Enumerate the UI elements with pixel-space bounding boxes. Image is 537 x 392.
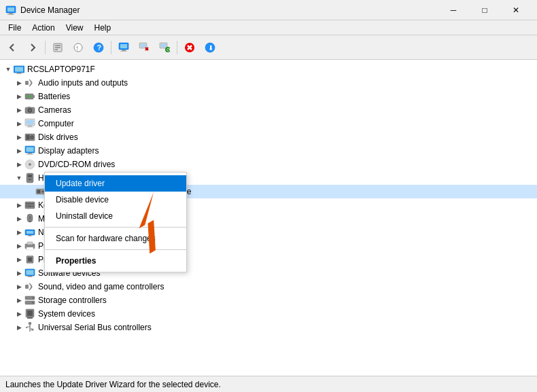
tree-display[interactable]: ▶ Display adapters [0, 144, 537, 158]
expand-storage[interactable]: ▶ [14, 295, 24, 306]
maximize-button[interactable]: □ [469, 0, 500, 20]
svg-point-102 [29, 322, 31, 325]
expand-system[interactable]: ▶ [14, 308, 24, 319]
context-menu-uninstall-device[interactable]: Uninstall device [45, 208, 186, 224]
tree-dvd[interactable]: ▶ DVD/CD-ROM drives [0, 158, 537, 171]
dvd-icon [24, 159, 35, 170]
expand-root[interactable]: ▼ [3, 64, 14, 75]
expand-keyboards[interactable]: ▶ [14, 200, 24, 211]
forward-button[interactable] [23, 38, 42, 57]
svg-point-40 [29, 109, 31, 111]
context-menu-scan-hardware[interactable]: Scan for hardware changes [45, 230, 186, 247]
hid-icon [24, 173, 35, 183]
remove-device-button[interactable] [135, 38, 154, 57]
expand-software[interactable]: ▶ [14, 268, 24, 279]
tree-sound[interactable]: ▶ Sound, video and game controllers [0, 280, 537, 293]
tree-audio[interactable]: ▶ Audio inputs and outputs [0, 76, 537, 90]
menu-action[interactable]: Action [27, 22, 60, 34]
svg-rect-66 [29, 203, 30, 204]
expand-cameras[interactable]: ▶ [14, 105, 24, 115]
computer-icon [24, 118, 35, 129]
context-menu-separator-2 [45, 249, 186, 250]
tree-disk[interactable]: ▶ Disk drives [0, 130, 537, 144]
title-bar: Device Manager ─ □ ✕ [0, 0, 537, 20]
svg-rect-71 [33, 206, 34, 207]
context-menu-update-driver[interactable]: Update driver [45, 175, 186, 192]
menu-file[interactable]: File [3, 22, 27, 34]
svg-rect-77 [29, 235, 31, 236]
audio-label: Audio inputs and outputs [38, 78, 128, 88]
menu-view[interactable]: View [60, 22, 89, 34]
svg-rect-14 [122, 50, 126, 51]
system-label: System devices [38, 309, 95, 319]
tree-cameras[interactable]: ▶ Cameras [0, 103, 537, 117]
expand-sound[interactable]: ▶ [14, 281, 24, 292]
storage-icon [24, 295, 35, 306]
usb-label: Universal Serial Bus controllers [38, 323, 152, 332]
expand-dvd[interactable]: ▶ [14, 159, 24, 170]
tree-computer[interactable]: ▶ Computer [0, 117, 537, 130]
svg-rect-107 [31, 329, 34, 331]
svg-rect-45 [27, 127, 33, 128]
svg-rect-52 [28, 153, 32, 154]
window-title: Device Manager [20, 5, 438, 15]
expand-network[interactable]: ▶ [14, 227, 24, 238]
update-driver-button[interactable]: ↑ [69, 38, 88, 57]
menu-help[interactable]: Help [89, 22, 117, 34]
expand-batteries[interactable]: ▶ [14, 91, 24, 102]
expand-hid[interactable]: ▼ [14, 173, 24, 183]
svg-rect-62 [37, 190, 41, 194]
svg-rect-58 [28, 175, 32, 177]
tree-batteries[interactable]: ▶ Batteries [0, 90, 537, 103]
svg-point-98 [33, 302, 34, 304]
svg-text:⟳: ⟳ [167, 47, 171, 53]
svg-rect-31 [17, 73, 21, 74]
menu-bar: File Action View Help [0, 20, 537, 35]
tree-storage[interactable]: ▶ Storage controllers [0, 293, 537, 307]
svg-rect-94 [25, 285, 29, 289]
cameras-icon [24, 105, 35, 115]
expand-disk[interactable]: ▶ [14, 132, 24, 143]
back-button[interactable] [3, 38, 22, 57]
expand-computer[interactable]: ▶ [14, 118, 24, 129]
expand-display[interactable]: ▶ [14, 145, 24, 156]
expand-audio[interactable]: ▶ [14, 77, 24, 88]
svg-rect-69 [27, 206, 28, 207]
minimize-button[interactable]: ─ [438, 0, 469, 20]
svg-rect-41 [28, 107, 31, 108]
batteries-icon [24, 91, 35, 102]
scan-hardware-button[interactable]: ⟳ [155, 38, 174, 57]
svg-rect-70 [29, 206, 32, 207]
help-button[interactable]: ? [89, 38, 108, 57]
close-button[interactable]: ✕ [500, 0, 532, 20]
main-content: PC ▼ RCSLAPTOP971F ▶ [0, 60, 537, 376]
tree-system[interactable]: ▶ System devices [0, 307, 537, 321]
svg-rect-93 [27, 277, 33, 278]
expand-usb[interactable]: ▶ [14, 322, 24, 333]
context-menu-properties[interactable]: Properties [45, 253, 186, 269]
expand-mice[interactable]: ▶ [14, 213, 24, 224]
download-button[interactable]: ⬇ [201, 38, 220, 57]
display-icon [24, 145, 35, 156]
properties-button[interactable] [48, 38, 67, 57]
svg-rect-2 [9, 13, 13, 14]
uninstall-button[interactable] [180, 38, 199, 57]
svg-rect-51 [27, 147, 34, 152]
svg-rect-15 [120, 51, 127, 52]
context-menu-disable-device[interactable]: Disable device [45, 192, 186, 208]
expand-printq[interactable]: ▶ [14, 240, 24, 251]
svg-rect-35 [33, 95, 35, 98]
processors-icon [24, 254, 35, 265]
root-icon [14, 64, 24, 75]
svg-rect-44 [28, 126, 32, 127]
expand-processors[interactable]: ▶ [14, 254, 24, 265]
tree-root[interactable]: ▼ RCSLAPTOP971F [0, 63, 537, 76]
device-manager-button[interactable] [114, 38, 133, 57]
svg-rect-92 [28, 276, 32, 277]
tree-usb[interactable]: ▶ Universal Serial Bus controllers [0, 321, 537, 334]
svg-rect-32 [16, 74, 22, 75]
toolbar-sep-2 [111, 41, 111, 54]
svg-rect-91 [27, 270, 34, 275]
svg-rect-53 [27, 154, 33, 155]
svg-rect-100 [27, 310, 33, 316]
